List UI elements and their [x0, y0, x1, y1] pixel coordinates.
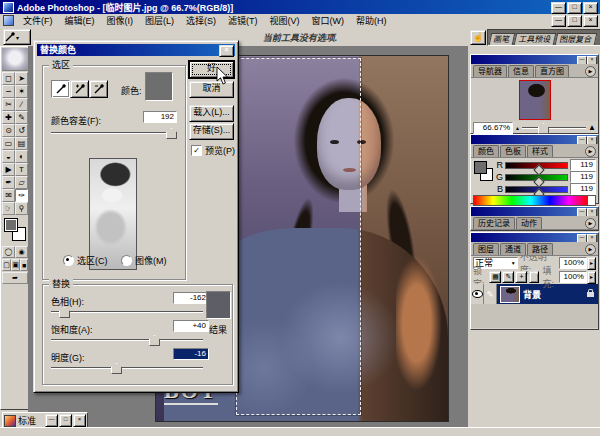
fullscreen-button[interactable]: ■	[20, 259, 28, 271]
eyedropper-add-button[interactable]	[70, 80, 89, 98]
layer-lock-toggle[interactable]: ✎	[502, 271, 514, 283]
zoom-out-icon[interactable]: ▲	[515, 125, 520, 131]
layer-lock-toggle[interactable]: ▦	[489, 271, 501, 283]
lock-all-toggle[interactable]	[529, 271, 538, 283]
minwin-minimize-icon[interactable]: —	[45, 414, 58, 427]
tool-preset-picker[interactable]: ▾	[3, 29, 31, 45]
shape-tool[interactable]: ▱	[15, 176, 28, 189]
panel-tab[interactable]: 颜色	[473, 145, 499, 157]
red-channel-value[interactable]: 119	[570, 159, 596, 171]
opacity-combo[interactable]: 100% ▸	[559, 257, 596, 270]
tool-dropdown-arrow-icon[interactable]: ▾	[16, 34, 19, 41]
palette-menu-icon[interactable]: ▶	[585, 218, 596, 229]
lightness-slider[interactable]	[51, 363, 203, 372]
lightness-value[interactable]: -16	[173, 348, 209, 360]
palette-titlebar[interactable]: — ×	[471, 207, 598, 216]
menu-item[interactable]: 图像(I)	[101, 15, 140, 27]
fill-combo[interactable]: 100% ▸	[559, 271, 596, 284]
palette-well-tab[interactable]: 工具预设	[514, 33, 557, 45]
hue-slider-thumb[interactable]	[59, 307, 70, 318]
blue-channel-value[interactable]: 119	[570, 183, 596, 195]
selected-color-swatch[interactable]	[145, 72, 173, 101]
save-button[interactable]: 存储(S)...	[189, 123, 234, 140]
saturation-slider[interactable]	[51, 335, 203, 344]
menu-item[interactable]: 编辑(E)	[59, 15, 101, 27]
zoom-tool[interactable]: ⚲	[15, 202, 28, 215]
panel-tab[interactable]: 信息	[508, 65, 534, 77]
panel-tab[interactable]: 导航器	[473, 65, 507, 77]
panel-tab[interactable]: 直方图	[535, 65, 569, 77]
foreground-color-swatch[interactable]	[474, 161, 487, 174]
clone-stamp-tool[interactable]: ⊙	[2, 124, 15, 137]
radio-icon[interactable]	[121, 255, 132, 266]
panel-tab[interactable]: 样式	[527, 145, 553, 157]
palette-well-tab[interactable]: 图层复合	[555, 33, 598, 45]
palette-menu-icon[interactable]: ▶	[585, 146, 596, 157]
fuzziness-slider-thumb[interactable]	[166, 128, 177, 139]
close-button[interactable]: ×	[583, 2, 598, 14]
type-tool[interactable]: T	[15, 163, 28, 176]
minwin-close-icon[interactable]: ×	[73, 414, 86, 427]
saturation-slider-thumb[interactable]	[149, 335, 160, 346]
history-brush-tool[interactable]: ↺	[15, 124, 28, 137]
restore-button[interactable]: □	[567, 2, 582, 14]
fuzziness-value[interactable]: 192	[143, 111, 177, 123]
navigator-thumbnail[interactable]	[519, 80, 551, 120]
pen-tool[interactable]: ✒	[2, 176, 15, 189]
magic-wand-tool[interactable]: ✶	[15, 85, 28, 98]
opacity-spinner-icon[interactable]: ▸	[587, 257, 596, 270]
fullscreen-menu-button[interactable]: ▣	[11, 259, 20, 271]
fuzziness-slider[interactable]	[51, 128, 177, 137]
menu-item[interactable]: 图层(L)	[139, 15, 180, 27]
palette-titlebar[interactable]: — ×	[471, 233, 598, 242]
palette-titlebar[interactable]: — ×	[471, 55, 598, 64]
zoom-in-icon[interactable]: ▲	[588, 123, 596, 132]
layer-lock-toggle[interactable]: +	[515, 271, 527, 283]
crop-tool[interactable]: ✂	[2, 98, 15, 111]
hand-tool[interactable]: ☞	[2, 202, 15, 215]
healing-brush-tool[interactable]: ✚	[2, 111, 15, 124]
display-radio-image[interactable]: 图像(M)	[121, 254, 167, 267]
dodge-tool[interactable]: ◐	[15, 150, 28, 163]
lightness-slider-thumb[interactable]	[111, 363, 122, 374]
green-channel-value[interactable]: 119	[570, 171, 596, 183]
load-button[interactable]: 载入(L)...	[189, 105, 234, 122]
lasso-tool[interactable]: ∽	[2, 85, 15, 98]
menu-item[interactable]: 窗口(W)	[306, 15, 351, 27]
preview-checkbox[interactable]: ✓ 预览(P)	[191, 144, 235, 157]
standard-screen-button[interactable]: ▢	[2, 259, 11, 271]
minwin-restore-icon[interactable]: □	[59, 414, 72, 427]
layer-row-background[interactable]: ✎ 背景	[471, 284, 598, 304]
fill-spinner-icon[interactable]: ▸	[587, 271, 596, 284]
green-channel-slider[interactable]	[505, 172, 568, 181]
color-spectrum-ramp[interactable]	[473, 195, 596, 206]
navigator-zoom-thumb[interactable]	[538, 123, 549, 134]
radio-icon[interactable]	[63, 255, 74, 266]
menu-item[interactable]: 视图(V)	[264, 15, 306, 27]
blur-tool[interactable]: ◒	[2, 150, 15, 163]
jump-to-imageready-button[interactable]: ➦	[2, 272, 28, 284]
doc-close-button[interactable]: ×	[583, 15, 598, 27]
palette-titlebar[interactable]: — ×	[471, 135, 598, 144]
blue-channel-slider[interactable]	[505, 184, 568, 193]
panel-tab[interactable]: 通道	[500, 243, 526, 255]
dialog-close-icon[interactable]: ×	[219, 45, 234, 57]
panel-tab[interactable]: 路径	[527, 243, 553, 255]
brushes-palette-toggle-icon[interactable]: ☝	[470, 30, 486, 45]
menu-item[interactable]: 文件(F)	[17, 15, 59, 27]
doc-minimize-button[interactable]: —	[551, 15, 566, 27]
path-selection-tool[interactable]: ▶	[2, 163, 15, 176]
navigator-zoom-slider[interactable]	[522, 123, 586, 132]
palette-menu-icon[interactable]: ▶	[585, 66, 596, 77]
palette-well-tab[interactable]: 画笔	[489, 33, 516, 45]
palette-menu-icon[interactable]: ▶	[585, 244, 596, 255]
hue-slider[interactable]	[51, 307, 203, 316]
menu-item[interactable]: 选择(S)	[180, 15, 222, 27]
fill-value[interactable]: 100%	[559, 271, 587, 283]
minimize-button[interactable]: —	[551, 2, 566, 14]
notes-tool[interactable]: ✉	[2, 189, 15, 202]
menu-item[interactable]: 滤镜(T)	[222, 15, 264, 27]
panel-tab[interactable]: 历史记录	[473, 217, 515, 229]
panel-tab[interactable]: 图层	[473, 243, 499, 255]
foreground-color-swatch[interactable]	[4, 218, 18, 232]
